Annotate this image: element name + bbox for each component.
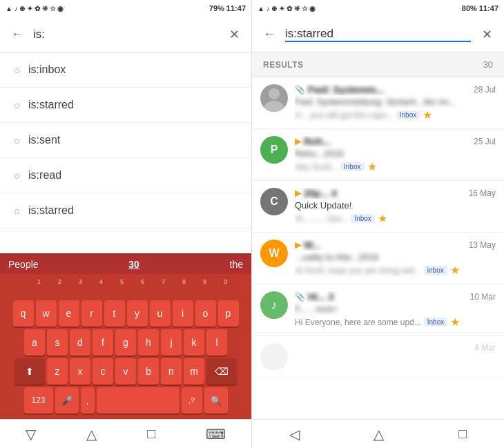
email-item-1[interactable]: 📎 Fwd: Systemm... 28 Jul Fwd: Systemmeld… bbox=[252, 77, 504, 129]
kb-mic[interactable]: 🎤 bbox=[55, 387, 79, 413]
email-subject-2: Rehu...2016 bbox=[295, 148, 496, 159]
email-top-3: ▶ 20p... 4 16 May bbox=[295, 188, 496, 199]
kb-b[interactable]: b bbox=[138, 358, 159, 384]
email-list: 📎 Fwd: Systemm... 28 Jul Fwd: Systemmeld… bbox=[252, 77, 504, 419]
email-item-4[interactable]: W ▶ W... 13 May ...uality to Atte...2016… bbox=[252, 233, 504, 284]
status-bar-right: ▲ ♪ ⊕ ✦ ✿ ❊ ☆ ◉ 80% 11:47 bbox=[252, 0, 504, 17]
kb-num-8[interactable]: 8 bbox=[168, 277, 187, 298]
kb-g[interactable]: g bbox=[115, 329, 136, 356]
back-button-right[interactable]: ← bbox=[259, 24, 280, 45]
nav-back-right[interactable]: ◁ bbox=[289, 426, 300, 442]
suggestion-icon-read: ○ bbox=[14, 170, 20, 182]
kb-l[interactable]: l bbox=[206, 329, 227, 356]
email-date-3: 16 May bbox=[469, 188, 496, 198]
kb-r[interactable]: r bbox=[81, 300, 102, 327]
suggestion-inbox[interactable]: ○ is:inbox bbox=[0, 52, 251, 88]
clear-button-right[interactable]: ✕ bbox=[476, 24, 497, 45]
kb-num-5[interactable]: 5 bbox=[106, 277, 125, 298]
email-sender-3: ▶ 20p... 4 bbox=[295, 188, 469, 199]
suggestion-icon-sent: ○ bbox=[14, 135, 20, 146]
kb-num-0[interactable]: 0 bbox=[209, 277, 229, 298]
email-item-3[interactable]: C ▶ 20p... 4 16 May Quick Update! Hi....… bbox=[252, 181, 504, 233]
suggestion-label-read: is:read bbox=[28, 169, 61, 182]
kb-i[interactable]: i bbox=[173, 300, 193, 327]
kb-punctuation[interactable]: ,? bbox=[182, 387, 202, 413]
kb-num-3[interactable]: 3 bbox=[64, 277, 84, 298]
kb-e[interactable]: e bbox=[59, 300, 79, 327]
kb-num-9[interactable]: 9 bbox=[188, 277, 208, 298]
kb-s[interactable]: s bbox=[47, 329, 68, 356]
email-date-2: 25 Jul bbox=[474, 137, 496, 146]
search-input-right[interactable] bbox=[285, 27, 471, 42]
kb-x[interactable]: x bbox=[70, 358, 90, 384]
priority-icon-2: ▶ bbox=[295, 137, 301, 146]
kb-row-2: a s d f g h j k l bbox=[1, 329, 250, 356]
kb-num-1[interactable]: 1 bbox=[23, 277, 42, 298]
kb-a[interactable]: a bbox=[24, 329, 45, 356]
kb-m[interactable]: m bbox=[184, 358, 204, 384]
inbox-badge-2: Inbox bbox=[340, 162, 364, 171]
kb-space[interactable] bbox=[97, 387, 180, 413]
suggestion-read[interactable]: ○ is:read bbox=[0, 158, 251, 193]
priority-icon-3: ▶ bbox=[295, 188, 301, 198]
kb-w[interactable]: w bbox=[36, 300, 57, 327]
star-icon-2: ★ bbox=[367, 160, 377, 173]
results-header: RESULTS 30 bbox=[252, 52, 504, 77]
suggestion-sent[interactable]: ○ is:sent bbox=[0, 123, 251, 158]
kb-k[interactable]: k bbox=[184, 329, 204, 356]
kb-word-the[interactable]: the bbox=[230, 259, 243, 270]
kb-z[interactable]: z bbox=[47, 358, 68, 384]
kb-y[interactable]: y bbox=[127, 300, 148, 327]
kb-word-people[interactable]: People bbox=[8, 259, 39, 270]
search-input-left[interactable] bbox=[33, 28, 218, 41]
kb-d[interactable]: d bbox=[70, 329, 90, 356]
email-item-5[interactable]: ♪ 📎 Hi... 3 10 Mar F... ...lock+ Hi Ever… bbox=[252, 284, 504, 336]
suggestion-starred2[interactable]: ○ is:starred bbox=[0, 193, 251, 228]
kb-o[interactable]: o bbox=[195, 300, 216, 327]
suggestion-icon-inbox: ○ bbox=[14, 64, 20, 76]
email-top-6: 4 Mar bbox=[295, 343, 496, 353]
star-icon-1: ★ bbox=[423, 108, 432, 121]
kb-c[interactable]: c bbox=[93, 358, 113, 384]
email-item-6[interactable]: 4 Mar bbox=[252, 336, 504, 378]
keyboard-rows: 1 2 3 4 5 6 7 8 9 0 q w e r t y u i bbox=[0, 274, 251, 419]
kb-t[interactable]: t bbox=[104, 300, 125, 327]
nav-keyboard-left[interactable]: ⌨ bbox=[206, 426, 226, 442]
kb-v[interactable]: v bbox=[115, 358, 136, 384]
search-bar-right: ← ✕ bbox=[252, 17, 504, 52]
email-sender-4: ▶ W... bbox=[295, 240, 469, 251]
email-item-2[interactable]: P ▶ Roh... 25 Jul Rehu...2016 Hey Scott.… bbox=[252, 129, 504, 181]
status-right: 79% 11:47 bbox=[209, 4, 246, 12]
kb-num-switch[interactable]: 123 bbox=[24, 387, 53, 413]
kb-num-4[interactable]: 4 bbox=[85, 277, 104, 298]
suggestion-label-inbox: is:inbox bbox=[28, 64, 66, 76]
kb-p[interactable]: p bbox=[218, 300, 239, 327]
kb-u[interactable]: u bbox=[150, 300, 171, 327]
nav-recent-right[interactable]: □ bbox=[458, 426, 467, 442]
kb-q[interactable]: q bbox=[13, 300, 34, 327]
kb-num-7[interactable]: 7 bbox=[147, 277, 166, 298]
nav-home-right[interactable]: △ bbox=[374, 426, 384, 442]
nav-recent-left[interactable]: □ bbox=[147, 426, 155, 442]
kb-num-6[interactable]: 6 bbox=[126, 277, 146, 298]
email-sender-1: 📎 Fwd: Systemm... bbox=[295, 84, 474, 95]
nav-back-left[interactable]: ▽ bbox=[26, 426, 36, 442]
kb-num-2[interactable]: 2 bbox=[43, 277, 63, 298]
email-date-4: 13 May bbox=[469, 240, 496, 250]
kb-word-30[interactable]: 30 bbox=[128, 259, 139, 270]
signal-icons: ▲ ♪ ⊕ ✦ ✿ ❊ ☆ ◉ bbox=[6, 5, 64, 12]
kb-search[interactable]: 🔍 bbox=[204, 387, 228, 413]
suggestion-starred[interactable]: ○ is:starred bbox=[0, 88, 251, 123]
kb-n[interactable]: n bbox=[161, 358, 182, 384]
kb-f[interactable]: f bbox=[93, 329, 113, 356]
kb-backspace[interactable]: ⌫ bbox=[206, 358, 237, 384]
kb-h[interactable]: h bbox=[138, 329, 159, 356]
attachment-icon-1: 📎 bbox=[295, 85, 305, 95]
right-panel: ▲ ♪ ⊕ ✦ ✿ ❊ ☆ ◉ 80% 11:47 ← ✕ RESULTS 30 bbox=[252, 0, 504, 448]
clear-button-left[interactable]: ✕ bbox=[224, 24, 244, 45]
kb-comma[interactable]: , bbox=[81, 387, 95, 413]
back-button-left[interactable]: ← bbox=[7, 24, 28, 45]
nav-home-left[interactable]: △ bbox=[86, 426, 97, 442]
kb-shift[interactable]: ⬆ bbox=[14, 358, 45, 384]
kb-j[interactable]: j bbox=[161, 329, 182, 356]
